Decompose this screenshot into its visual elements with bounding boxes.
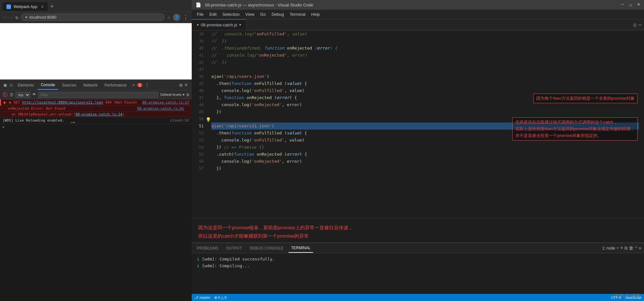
devtools-settings-icon[interactable]: ⚙ [179,82,183,88]
devtools-tab-network[interactable]: Network [80,81,101,89]
annotation-right-2: 也就是说在后面通过链式调用的方式调用的这个catch， 实际上是给前面then方… [512,117,638,141]
code-line-38: // console.log('onFulfilled', value) [211,31,639,38]
split-editor-icon[interactable]: ◫ [633,22,636,28]
more-menu-button[interactable]: ⋮ [183,14,189,21]
new-tab-button[interactable]: + [48,4,56,10]
maximize-panel-btn[interactable]: ⌃ [635,245,637,251]
console-settings-icon[interactable]: ⚙ [187,92,189,97]
menu-view[interactable]: View [243,11,257,18]
console-error-line-2: onRejected Error: Not Found 08-promise-c… [0,106,192,112]
status-branch: ⎇ master [194,296,210,300]
vscode-bottom-panel: PROBLEMS OUTPUT DEBUG CONSOLE TERMINAL 1… [192,242,644,294]
menu-debug[interactable]: Debug [269,11,286,18]
menu-file[interactable]: File [194,11,206,18]
devtools-tab-performance[interactable]: Performance [101,81,130,89]
code-line-56: console.log('onRejected', error) [211,158,639,165]
bottom-panel-tabbar: PROBLEMS OUTPUT DEBUG CONSOLE TERMINAL 1… [192,243,644,253]
devtools-tabbar: ▦ ◻ Elements Console Sources Network Per… [0,80,192,90]
vscode-tabbar: ● 08-promise-catch.js ● ◫ ⋯ [192,19,644,31]
terminal-line-2: i [wdm]: Compiling... [197,263,639,269]
avatar-icon[interactable]: 👤 [173,14,180,21]
eye-icon[interactable]: 👁 [32,92,36,97]
browser-viewport [0,23,192,79]
devtools-panel: ▦ ◻ Elements Console Sources Network Per… [0,79,192,301]
code-line-54: }) // => Promise {} [211,144,639,151]
new-terminal-btn[interactable]: + [620,245,623,251]
minimize-button[interactable]: − [621,2,624,8]
info-text: [WDS] Live Reloading enabled. [3,118,168,123]
split-terminal-btn[interactable]: ⧉ [624,246,628,251]
browser-tab-close[interactable]: × [41,4,44,9]
code-line-46: console.log('onFulfilled', value) [211,87,639,94]
code-line-41: // console.log('onRejected', error) [211,52,639,59]
browser-tab[interactable]: Webpack App × [3,2,48,11]
console-context-select[interactable]: top [15,92,30,98]
bookmark-icon[interactable]: ☆ [167,14,170,21]
error-text-1: ▶ GET http://localhost:8080/api/users11.… [9,100,140,105]
menu-go[interactable]: Go [258,11,268,18]
tab-output[interactable]: OUTPUT [224,244,244,252]
console-filter-input[interactable] [38,92,158,98]
code-line-57: }) [211,165,639,172]
error-link-2[interactable]: 08-promise-catch.js:41 [137,106,184,111]
code-line-44: ajax('/api/users.json') [211,73,639,80]
tab-terminal[interactable]: TERMINAL [289,244,313,253]
annotation-right-1: 因为每个then方法返回的都是一个全新的promise对象 [533,94,638,103]
close-button[interactable]: × [637,2,640,8]
code-line-49: }) [211,108,639,115]
devtools-tab-sources[interactable]: Sources [59,81,79,89]
vscode-statusbar: ⎇ master ⊗ 0 △ 0 UTF-8 JavaScript [192,294,644,301]
maximize-button[interactable]: ☐ [629,2,632,8]
kill-terminal-btn[interactable]: 🗑 [629,246,633,251]
vscode-active-tab[interactable]: ● 08-promise-catch.js ● [192,19,246,30]
console-filter-icon[interactable]: ☰ [10,92,14,97]
refresh-button[interactable]: ↻ [15,14,19,21]
vscode-menubar: File Edit Selection View Go Debug Termin… [192,10,644,19]
terminal-instance-arrow[interactable]: ▾ [616,246,619,251]
forward-button[interactable]: → [9,14,13,21]
menu-help[interactable]: Help [309,11,323,18]
console-prompt-line[interactable]: ► [0,124,192,130]
devtools-more-tabs[interactable]: » [131,81,137,89]
error-text-2a: onRejected Error: Not Found [8,106,135,111]
console-info-line: [WDS] Live Reloading enabled. ⟶ client:5… [0,117,192,124]
line-numbers: 38 39 40 41 42 43 44 45 46 47 48 49 50 5… [192,31,206,218]
terminal-line-1: i [wdm]: Compiled successfully. [197,256,639,263]
devtools-close-button[interactable]: × [183,82,189,88]
back-button[interactable]: ← [3,14,7,21]
vscode-titlebar-text: 08-promise-catch.js — asynchronous - Vis… [205,3,313,7]
vscode-titlebar: 📄 08-promise-catch.js — asynchronous - V… [192,0,644,10]
menu-terminal[interactable]: Terminal [287,11,308,18]
devtools-tab-console[interactable]: Console [38,81,58,90]
tab-filename: 08-promise-catch.js [201,23,237,27]
devtools-btn-inspect[interactable]: ▦ [3,82,8,88]
browser-favicon [6,5,11,9]
console-output: ● ▶ GET http://localhost:8080/api/users1… [0,99,192,301]
devtools-menu-icon[interactable]: ⋮ [143,82,151,88]
lock-icon: ● [25,15,27,20]
console-error-line-1: ● ▶ GET http://localhost:8080/api/users1… [0,99,192,106]
error-link-1[interactable]: 08-promise-catch.js:17 [142,100,189,105]
code-editor: 38 39 40 41 42 43 44 45 46 47 48 49 50 5… [192,31,644,218]
prompt-arrow: ► [3,125,5,129]
browser-tab-title: Webpack App [14,5,37,9]
devtools-btn-device[interactable]: ◻ [8,82,14,88]
devtools-error-badge: 1 [137,83,143,87]
address-url: localhost:8080 [29,15,56,20]
devtools-tab-elements[interactable]: Elements [14,81,37,89]
terminal-content[interactable]: i [wdm]: Compiled successfully. i [wdm]:… [192,253,644,294]
close-panel-btn[interactable]: ✕ [639,245,641,251]
menu-edit[interactable]: Edit [207,11,219,18]
more-actions-icon[interactable]: ⋯ [639,22,641,28]
csdn-watermark: CSDN @小莱酱 [612,293,640,298]
console-clear-btn[interactable]: 🚫 [3,92,8,97]
tab-debug-console[interactable]: DEBUG CONSOLE [247,244,286,252]
terminal-instance-label: 1: node [602,246,615,251]
tab-problems[interactable]: PROBLEMS [194,244,221,252]
default-levels-label[interactable]: Default levels ▾ [160,93,184,97]
address-bar[interactable]: ● localhost:8080 [21,14,165,21]
menu-selection[interactable]: Selection [220,11,242,18]
code-line-40: // .then(undefined, function onRejected … [211,45,639,52]
console-error-line-3: at XMLHttpRequest.xhr.onload (08-promise… [0,112,192,117]
info-link[interactable]: client:52 [170,118,189,123]
